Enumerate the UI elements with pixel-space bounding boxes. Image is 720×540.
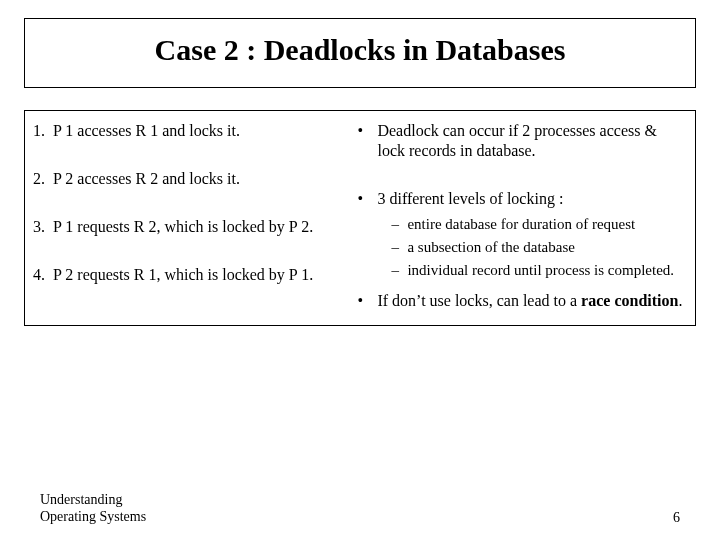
list-item: 4. P 2 requests R 1, which is locked by … [33, 265, 347, 285]
slide-title: Case 2 : Deadlocks in Databases [35, 33, 685, 67]
bullet-icon: • [355, 291, 377, 311]
sub-list: – entire database for duration of reques… [391, 215, 687, 279]
dash-icon: – [391, 261, 407, 280]
dash-icon: – [391, 215, 407, 234]
right-column: • Deadlock can occur if 2 processes acce… [353, 121, 687, 311]
sub-item: – individual record until process is com… [391, 261, 687, 280]
title-box: Case 2 : Deadlocks in Databases [24, 18, 696, 88]
item-number: 4. [33, 265, 53, 285]
bullet-item: • If don’t use locks, can lead to a race… [355, 291, 687, 311]
item-text: P 1 accesses R 1 and locks it. [53, 121, 347, 141]
bullet-item: • Deadlock can occur if 2 processes acce… [355, 121, 687, 161]
bullet-text: 3 different levels of locking : [377, 189, 687, 209]
footer-line1: Understanding [40, 492, 146, 509]
bullet-text: Deadlock can occur if 2 processes access… [377, 121, 687, 161]
sub-item: – a subsection of the database [391, 238, 687, 257]
item-text: P 1 requests R 2, which is locked by P 2… [53, 217, 347, 237]
item-number: 1. [33, 121, 53, 141]
sub-item: – entire database for duration of reques… [391, 215, 687, 234]
item-number: 3. [33, 217, 53, 237]
dash-icon: – [391, 238, 407, 257]
content-box: 1. P 1 accesses R 1 and locks it. 2. P 2… [24, 110, 696, 326]
text-fragment: If don’t use locks, can lead to a [377, 292, 581, 309]
bullet-icon: • [355, 121, 377, 161]
sub-text: individual record until process is compl… [407, 261, 687, 280]
item-number: 2. [33, 169, 53, 189]
list-item: 3. P 1 requests R 2, which is locked by … [33, 217, 347, 237]
footer-line2: Operating Systems [40, 509, 146, 526]
bullet-text: If don’t use locks, can lead to a race c… [377, 291, 687, 311]
item-text: P 2 accesses R 2 and locks it. [53, 169, 347, 189]
footer: Understanding Operating Systems 6 [40, 492, 680, 526]
text-fragment: . [678, 292, 682, 309]
text-bold: race condition [581, 292, 678, 309]
page-number: 6 [673, 510, 680, 526]
bullet-icon: • [355, 189, 377, 209]
bullet-item: • 3 different levels of locking : [355, 189, 687, 209]
list-item: 1. P 1 accesses R 1 and locks it. [33, 121, 347, 141]
list-item: 2. P 2 accesses R 2 and locks it. [33, 169, 347, 189]
sub-text: a subsection of the database [407, 238, 687, 257]
item-text: P 2 requests R 1, which is locked by P 1… [53, 265, 347, 285]
footer-left: Understanding Operating Systems [40, 492, 146, 526]
sub-text: entire database for duration of request [407, 215, 687, 234]
left-column: 1. P 1 accesses R 1 and locks it. 2. P 2… [33, 121, 353, 311]
